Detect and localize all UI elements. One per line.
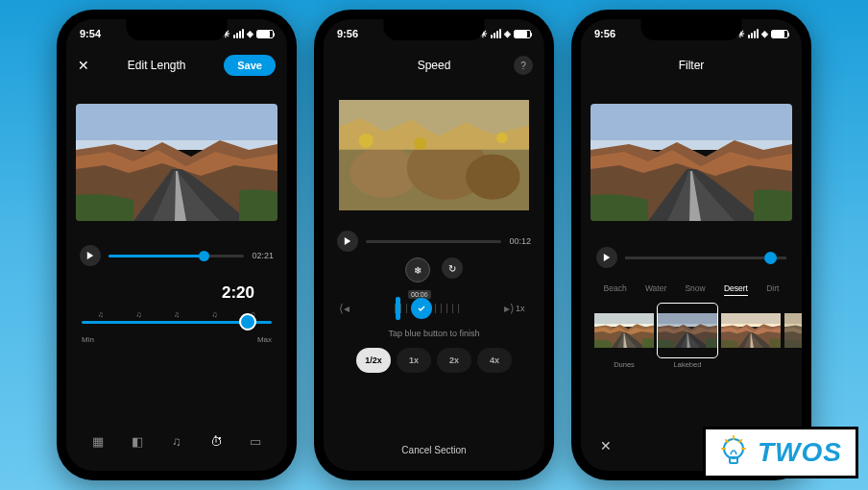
badge-text: TWOS [758, 437, 842, 468]
battery-icon [256, 30, 274, 38]
signal-icon [233, 29, 244, 38]
battery-icon [771, 30, 788, 38]
page-title: Filter [679, 59, 705, 72]
page-title: Speed [418, 59, 451, 72]
speed-timeline[interactable]: ⟨◂ 00:06 ▸⟩ 1x [337, 294, 531, 323]
speed-half[interactable]: 1/2x [356, 348, 391, 373]
playback-controls: 02:21 [66, 241, 287, 270]
status-time: 9:56 [594, 28, 615, 39]
phone-speed: 9:56 ☀ ◈ Speed ? 00:12 ❄ ↻ [314, 10, 554, 480]
play-button[interactable] [337, 231, 358, 252]
bottom-tabs: ▦ ◧ ♫ ⏱ ▭ [66, 423, 287, 459]
wifi-icon: ◈ [761, 29, 768, 38]
page-title: Edit Length [128, 59, 186, 72]
freeze-frame-button[interactable]: ❄ [405, 257, 430, 282]
wifi-icon: ◈ [247, 29, 253, 38]
total-time: 02:21 [252, 251, 274, 260]
status-time: 9:56 [337, 28, 358, 39]
notch [641, 19, 742, 40]
filter-cat-desert[interactable]: Desert [724, 283, 748, 296]
close-button[interactable]: ✕ [78, 58, 89, 73]
section-start-handle[interactable] [396, 297, 400, 320]
seek-knob[interactable] [764, 252, 777, 264]
speed-2x[interactable]: 2x [437, 348, 471, 373]
speed-1x[interactable]: 1x [397, 348, 431, 373]
music-note-icon: ♫ [98, 310, 104, 319]
filter-cat-snow[interactable]: Snow [685, 283, 705, 296]
status-time: 9:54 [80, 28, 101, 39]
tab-music[interactable]: ♫ [163, 428, 190, 454]
filter-lakebed[interactable]: Lakebed [658, 304, 717, 369]
notch [127, 19, 228, 40]
video-preview[interactable] [66, 83, 287, 241]
seek-bar[interactable] [366, 240, 501, 243]
video-preview[interactable] [581, 83, 802, 241]
filter-option-4[interactable] [784, 304, 802, 369]
length-value: 2:20 [82, 283, 272, 303]
filter-categories: Beach Water Snow Desert Dirt [581, 283, 802, 296]
speed-4x[interactable]: 4x [477, 348, 512, 373]
help-button[interactable]: ? [514, 56, 533, 75]
music-note-icon: ♫ [135, 310, 141, 319]
playback-controls: 00:12 [324, 227, 544, 256]
filter-cat-beach[interactable]: Beach [604, 283, 627, 296]
loop-button[interactable]: ↻ [442, 257, 463, 279]
filter-option-3[interactable] [721, 304, 781, 369]
length-min-label: Min [82, 335, 94, 344]
phone-filter: 9:56 ☀ ◈ Filter Beach Water [571, 10, 811, 480]
tab-adjust[interactable]: ◧ [124, 428, 151, 454]
lightbulb-icon [719, 435, 748, 470]
save-button[interactable]: Save [224, 55, 276, 76]
length-panel: 2:20 ♫ ♫ ♫ ♫ ♫ Min Max [66, 270, 287, 350]
svg-rect-11 [730, 457, 737, 463]
filter-thumbnails: Dunes Lakebed [581, 296, 802, 369]
prev-section[interactable]: ⟨◂ [337, 302, 350, 315]
seek-bar[interactable] [625, 257, 786, 259]
wifi-icon: ◈ [504, 29, 511, 38]
tab-frame[interactable]: ▭ [242, 428, 269, 454]
timeline-knob[interactable] [411, 298, 432, 319]
length-max-label: Max [257, 335, 272, 344]
filter-dunes[interactable]: Dunes [594, 304, 654, 369]
length-slider[interactable]: ♫ ♫ ♫ ♫ ♫ [82, 312, 272, 331]
tab-layers[interactable]: ▦ [84, 428, 111, 454]
seek-bar[interactable] [108, 255, 244, 257]
header: Speed ? [324, 48, 544, 83]
phone-edit-length: 9:54 ☀ ◈ ✕ Edit Length Save 02:21 [57, 10, 297, 480]
signal-icon [748, 29, 759, 38]
play-button[interactable] [80, 245, 101, 266]
freeze-controls: ❄ ↻ [324, 257, 544, 282]
total-time: 00:12 [509, 236, 531, 246]
signal-icon [491, 29, 501, 38]
filter-cat-water[interactable]: Water [645, 283, 666, 296]
header: Filter [581, 48, 802, 83]
next-section[interactable]: ▸⟩ [502, 302, 516, 315]
video-preview[interactable] [324, 83, 544, 227]
tab-timer[interactable]: ⏱ [203, 428, 229, 454]
filter-cat-dirt[interactable]: Dirt [766, 283, 779, 296]
battery-icon [514, 30, 531, 38]
playback-controls [581, 241, 802, 274]
speed-end-label: 1x [516, 304, 531, 313]
hint-text: Tap blue button to finish [324, 329, 544, 338]
play-button[interactable] [596, 247, 617, 268]
cancel-section-button[interactable]: Cancel Section [324, 445, 544, 455]
music-note-icon: ♫ [174, 310, 180, 319]
twos-badge: TWOS [703, 427, 858, 478]
notch [384, 19, 485, 40]
length-knob[interactable] [239, 313, 256, 331]
speed-options: 1/2x 1x 2x 4x [324, 348, 544, 373]
close-button[interactable]: ✕ [600, 438, 612, 453]
header: ✕ Edit Length Save [66, 48, 287, 83]
music-note-icon: ♫ [212, 310, 218, 319]
